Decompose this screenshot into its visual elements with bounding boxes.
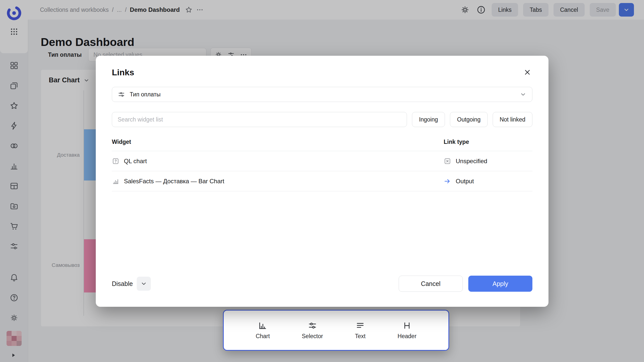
tool-label: Selector bbox=[302, 333, 323, 340]
ql-chart-icon bbox=[112, 157, 119, 165]
chevron-down-icon bbox=[140, 280, 147, 287]
link-type-cell: Unspecified bbox=[444, 157, 532, 165]
dialog-title: Links bbox=[112, 67, 134, 77]
cancel-button[interactable]: Cancel bbox=[399, 276, 463, 292]
widget-name: QL chart bbox=[124, 158, 147, 165]
filter-ingoing-button[interactable]: Ingoing bbox=[412, 112, 445, 127]
widget-cell: SalesFacts — Доставка — Bar Chart bbox=[112, 177, 444, 185]
table-row[interactable]: SalesFacts — Доставка — Bar Chart Output bbox=[112, 171, 532, 191]
apply-button[interactable]: Apply bbox=[468, 276, 532, 292]
widget-name: SalesFacts — Доставка — Bar Chart bbox=[124, 178, 224, 185]
add-text-button[interactable]: Text bbox=[355, 321, 365, 340]
column-link-type: Link type bbox=[444, 139, 532, 145]
disable-menu-button[interactable] bbox=[137, 277, 151, 291]
output-arrow-icon bbox=[444, 177, 451, 185]
widget-selector-dropdown[interactable]: Тип оплаты bbox=[112, 87, 532, 102]
footer-buttons: Cancel Apply bbox=[399, 276, 532, 292]
add-selector-button[interactable]: Selector bbox=[302, 321, 323, 340]
disable-control: Disable bbox=[112, 277, 151, 291]
add-header-button[interactable]: Header bbox=[397, 321, 416, 340]
link-type-cell: Output bbox=[444, 177, 532, 185]
tool-label: Chart bbox=[256, 333, 270, 340]
spacer bbox=[112, 191, 532, 276]
table-row[interactable]: QL chart Unspecified bbox=[112, 151, 532, 171]
links-dialog: Links Тип оплаты Ingoing Outgoing Not li… bbox=[96, 56, 548, 307]
bar-chart-widget-icon bbox=[112, 177, 119, 185]
chevron-down-icon bbox=[520, 91, 527, 98]
chart-icon bbox=[258, 321, 267, 330]
link-type-value: Unspecified bbox=[456, 158, 487, 165]
link-type-value: Output bbox=[456, 178, 474, 185]
header-icon bbox=[402, 321, 412, 330]
close-icon[interactable] bbox=[522, 67, 532, 77]
filter-not-linked-button[interactable]: Not linked bbox=[493, 112, 532, 127]
add-chart-button[interactable]: Chart bbox=[256, 321, 270, 340]
widget-cell: QL chart bbox=[112, 157, 444, 165]
dialog-header: Links bbox=[112, 67, 532, 77]
add-widget-toolbar: Chart Selector Text Header bbox=[223, 310, 449, 351]
selector-icon bbox=[308, 321, 317, 330]
unspecified-icon bbox=[444, 157, 451, 165]
links-icon bbox=[118, 91, 125, 98]
dialog-footer: Disable Cancel Apply bbox=[112, 276, 532, 292]
tool-label: Header bbox=[397, 333, 416, 340]
search-filter-row: Ingoing Outgoing Not linked bbox=[112, 112, 532, 127]
table-header: Widget Link type bbox=[112, 139, 532, 151]
disable-button[interactable]: Disable bbox=[112, 280, 133, 287]
column-widget: Widget bbox=[112, 139, 444, 145]
selected-widget: Тип оплаты bbox=[130, 91, 161, 98]
search-input[interactable] bbox=[112, 112, 407, 127]
app: Collections and workbooks / ... / Demo D… bbox=[0, 0, 644, 362]
tool-label: Text bbox=[355, 333, 365, 340]
filter-outgoing-button[interactable]: Outgoing bbox=[450, 112, 487, 127]
text-icon bbox=[355, 321, 365, 330]
